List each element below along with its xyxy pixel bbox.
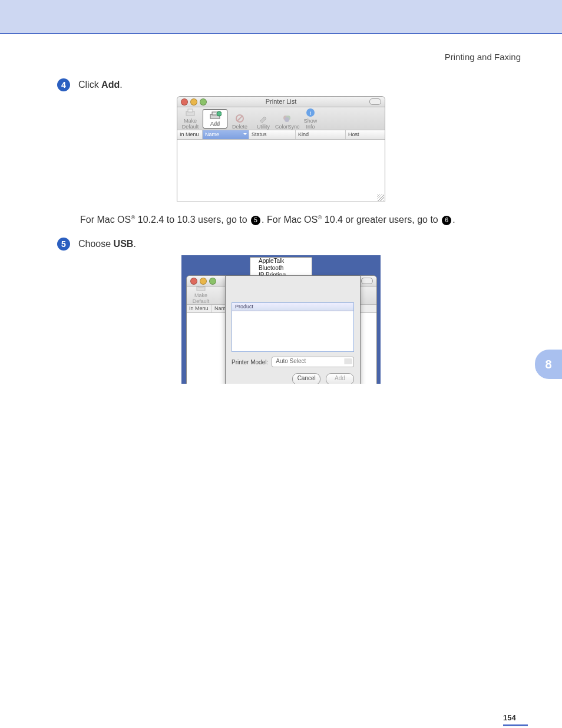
svg-text:i: i xyxy=(310,110,312,116)
step4-bold: Add xyxy=(101,80,120,90)
toolbar-toggle-icon[interactable] xyxy=(369,98,381,105)
bg-make-default-button[interactable]: Make Default xyxy=(189,284,213,304)
svg-line-6 xyxy=(237,116,242,121)
bg-col-inmenu: In Menu xyxy=(187,305,212,312)
svg-rect-1 xyxy=(188,109,193,112)
menu-item-bluetooth[interactable]: Bluetooth xyxy=(250,265,312,272)
version-note: For Mac OS® 10.2.4 to 10.3 users, go to … xyxy=(80,213,527,227)
step-number-5: 5 xyxy=(57,238,70,251)
column-headers[interactable]: In Menu Name Status Kind Host xyxy=(177,130,385,140)
add-printer-sheet: Product Printer Model: Auto Select Cance… xyxy=(225,275,361,384)
step5-bold: USB xyxy=(114,239,134,249)
col-host[interactable]: Host xyxy=(346,130,385,139)
minimize-icon[interactable] xyxy=(200,278,207,285)
step4-pre: Click xyxy=(78,80,101,90)
window-title: Printer List xyxy=(266,98,297,105)
toolbar-toggle-icon[interactable] xyxy=(361,278,373,284)
close-icon[interactable] xyxy=(190,278,197,285)
showinfo-button[interactable]: i Show Info xyxy=(299,108,322,130)
delete-button[interactable]: Delete xyxy=(228,114,252,130)
step-number-4: 4 xyxy=(57,78,70,91)
cancel-button[interactable]: Cancel xyxy=(292,373,320,384)
colorsync-button[interactable]: ColorSync xyxy=(275,114,299,130)
step4-post: . xyxy=(120,80,122,90)
showinfo-label: Show Info xyxy=(304,118,318,130)
page-number: 154 xyxy=(503,713,528,726)
printer-model-select[interactable]: Auto Select xyxy=(272,357,354,367)
utility-button[interactable]: Utility xyxy=(252,114,275,130)
col-kind[interactable]: Kind xyxy=(296,130,346,139)
col-status[interactable]: Status xyxy=(249,130,296,139)
product-list[interactable]: Product xyxy=(232,302,354,352)
printer-list-body[interactable] xyxy=(177,140,385,202)
running-header: Printing and Faxing xyxy=(35,52,521,62)
printer-list-window: Printer List Make Default Add Delete xyxy=(177,96,385,202)
col-product[interactable]: Product xyxy=(232,303,353,311)
col-inmenu[interactable]: In Menu xyxy=(177,130,203,139)
add-button[interactable]: Add xyxy=(203,109,227,129)
add-label: Add xyxy=(210,121,220,127)
svg-point-4 xyxy=(217,111,222,116)
step5-pre: Choose xyxy=(78,239,114,249)
close-icon[interactable] xyxy=(181,98,188,106)
add-button[interactable]: Add xyxy=(326,373,354,384)
step-4: 4 Click Add. xyxy=(62,80,527,90)
zoom-icon[interactable] xyxy=(200,98,207,106)
delete-label: Delete xyxy=(232,124,247,130)
printer-model-label: Printer Model: xyxy=(232,359,268,365)
col-name[interactable]: Name xyxy=(203,130,249,139)
chapter-tab: 8 xyxy=(535,350,562,379)
make-default-label: Make Default xyxy=(182,118,199,130)
step-5: 5 Choose USB. xyxy=(62,239,527,249)
title-bar[interactable]: Printer List xyxy=(177,97,385,107)
svg-point-9 xyxy=(285,117,289,122)
minimize-icon[interactable] xyxy=(190,98,197,106)
top-banner xyxy=(0,0,562,34)
window-controls[interactable] xyxy=(181,98,207,106)
add-printer-screenshot: Make Default In Menu Nam AppleTalk Bluet… xyxy=(181,255,381,384)
make-default-button[interactable]: Make Default xyxy=(178,108,202,130)
zoom-icon[interactable] xyxy=(209,278,216,285)
step5-post: . xyxy=(133,239,135,249)
bg-make-default-label: Make Default xyxy=(193,292,210,304)
colorsync-label: ColorSync xyxy=(275,124,300,130)
menu-item-appletalk[interactable]: AppleTalk xyxy=(250,258,312,265)
utility-label: Utility xyxy=(257,124,270,130)
ref-bullet-6-icon: 6 xyxy=(442,216,451,225)
toolbar: Make Default Add Delete Utility ColorSyn… xyxy=(177,107,385,130)
ref-bullet-5-icon: 5 xyxy=(251,216,260,225)
